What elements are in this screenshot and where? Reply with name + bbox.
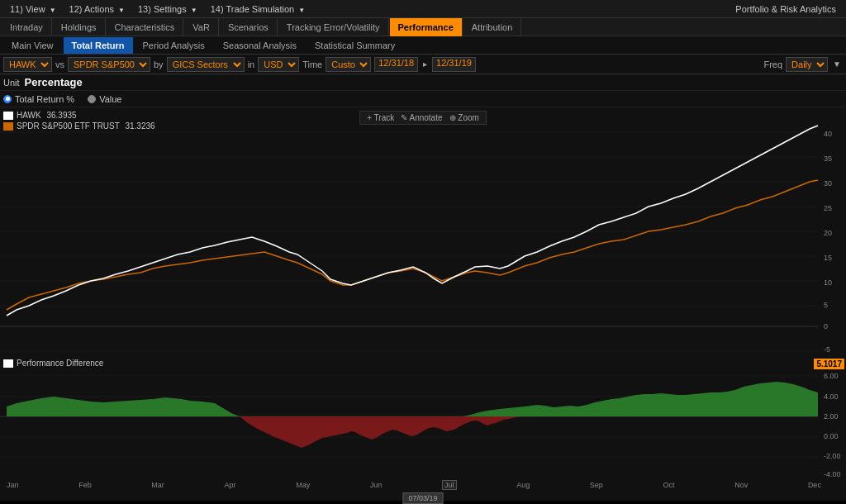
- diff-chart-svg: 6.00 4.00 2.00 0.00 -2.00 -4.00: [0, 355, 846, 478]
- diff-y-0: 0.00: [824, 432, 839, 440]
- tab-intraday[interactable]: Intraday: [2, 18, 52, 36]
- tab-total-return[interactable]: Total Return: [64, 37, 133, 54]
- freq-label: Freq: [763, 59, 782, 69]
- unit-label: Unit: [3, 78, 20, 88]
- main-chart-container: HAWK 36.3935 SPDR S&P500 ETF TRUST 31.32…: [0, 107, 846, 355]
- y-label-5: 5: [824, 301, 828, 309]
- tab-seasonal-analysis[interactable]: Seasonal Analysis: [215, 37, 305, 54]
- tab-characteristics[interactable]: Characteristics: [107, 18, 184, 36]
- x-label-mar: Mar: [151, 481, 164, 489]
- group-select[interactable]: GICS Sectors: [167, 57, 245, 72]
- diff-y-6: 6.00: [824, 372, 839, 380]
- x-label-apr: Apr: [225, 481, 236, 489]
- time-label: Time: [302, 59, 322, 69]
- menu-trade-sim[interactable]: 14) Trade Simulation ▼: [204, 2, 311, 16]
- y-label-30: 30: [824, 179, 832, 188]
- in-label: in: [248, 59, 255, 69]
- radio-label-value: Value: [99, 94, 121, 104]
- tab-tracking[interactable]: Tracking Error/Volatility: [278, 18, 389, 36]
- x-label-dec: Dec: [808, 481, 821, 489]
- unit-value: Percentage: [25, 76, 83, 88]
- radio-dot-value: [88, 95, 96, 103]
- radio-row: Total Return % Value: [0, 91, 846, 107]
- radio-value[interactable]: Value: [88, 94, 121, 104]
- y-label-10: 10: [824, 278, 832, 287]
- toolbar-track[interactable]: + Track: [367, 113, 394, 122]
- currency-select[interactable]: USD: [258, 57, 299, 72]
- y-label-0: 0: [824, 322, 828, 330]
- radio-inner-total-return: [6, 97, 10, 101]
- x-label-may: May: [296, 481, 310, 489]
- date-to[interactable]: 12/31/19: [432, 57, 476, 72]
- compare-select[interactable]: SPDR S&P500: [68, 57, 150, 72]
- view-arrow-icon: ▼: [50, 7, 56, 14]
- legend-spdr: SPDR S&P500 ETF TRUST 31.3236: [3, 121, 155, 131]
- menu-settings[interactable]: 13) Settings ▼: [131, 2, 204, 16]
- tab-statistical-summary[interactable]: Statistical Summary: [307, 37, 403, 54]
- x-label-sep: Sep: [590, 481, 603, 489]
- tab-var[interactable]: VaR: [184, 18, 219, 36]
- ticker-select[interactable]: HAWK: [3, 57, 52, 72]
- menu-actions[interactable]: 12) Actions ▼: [63, 2, 131, 16]
- tradesim-arrow-icon: ▼: [298, 7, 305, 14]
- vs-label: vs: [55, 59, 64, 69]
- menu-view[interactable]: 11) View ▼: [3, 2, 63, 16]
- time-mode-select[interactable]: Custo: [326, 57, 371, 72]
- legend-spdr-label: SPDR S&P500 ETF TRUST 31.3236: [17, 121, 155, 131]
- tab-bar-primary: Intraday Holdings Characteristics VaR Sc…: [0, 18, 846, 36]
- tab-scenarios[interactable]: Scenarios: [220, 18, 278, 36]
- x-label-jun: Jun: [370, 481, 383, 489]
- diff-y-neg2: -2.00: [824, 452, 841, 460]
- settings-arrow-icon: ▼: [191, 7, 197, 14]
- y-label-40: 40: [824, 130, 832, 138]
- diff-y-neg4: -4.00: [824, 470, 841, 478]
- diff-legend: Performance Difference: [3, 359, 103, 368]
- legend-hawk-color: [3, 112, 13, 120]
- legend-hawk-label: HAWK 36.3935: [17, 111, 77, 120]
- x-label-nov: Nov: [734, 481, 748, 489]
- diff-y-2: 2.00: [824, 412, 839, 421]
- tab-attribution[interactable]: Attribution: [463, 18, 522, 36]
- radio-label-total-return: Total Return %: [15, 94, 74, 104]
- radio-total-return[interactable]: Total Return %: [3, 94, 74, 104]
- unit-row: Unit Percentage: [0, 74, 846, 91]
- x-label-jan: Jan: [7, 481, 19, 489]
- diff-y-4: 4.00: [824, 392, 839, 401]
- date-arrow-icon: ▸: [421, 59, 429, 69]
- main-chart-svg: 40 35 30 25 20 15 10 5 0 -5: [0, 107, 846, 355]
- x-label-oct: Oct: [663, 481, 675, 489]
- x-axis-row: Jan Feb Mar Apr May Jun Jul Aug Sep Oct …: [0, 478, 846, 492]
- date-from[interactable]: 12/31/18: [374, 57, 418, 72]
- date-tooltip: 07/03/19: [402, 492, 443, 504]
- diff-legend-label: Performance Difference: [17, 359, 103, 368]
- toolbar-annotate[interactable]: ✎ Annotate: [401, 113, 442, 122]
- tab-period-analysis[interactable]: Period Analysis: [135, 37, 213, 54]
- diff-chart-container: Performance Difference 5.1017 6.00 4.00 …: [0, 355, 846, 478]
- freq-arrow-icon: ▼: [831, 59, 843, 69]
- legend-spdr-color: [3, 122, 13, 131]
- tab-main-view[interactable]: Main View: [3, 37, 62, 54]
- menu-bar-left: 11) View ▼ 12) Actions ▼ 13) Settings ▼ …: [3, 2, 735, 16]
- toolbar-zoom[interactable]: ⊕ Zoom: [449, 113, 479, 122]
- freq-select[interactable]: Daily: [786, 57, 828, 72]
- y-label-15: 15: [824, 254, 832, 262]
- x-label-feb: Feb: [78, 481, 92, 489]
- actions-arrow-icon: ▼: [118, 7, 125, 14]
- y-label-35: 35: [824, 155, 832, 163]
- tab-performance[interactable]: Performance: [390, 18, 463, 36]
- diff-badge: 5.1017: [814, 359, 844, 369]
- tab-holdings[interactable]: Holdings: [53, 18, 106, 36]
- chart-toolbar: + Track ✎ Annotate ⊕ Zoom: [359, 111, 487, 125]
- radio-dot-total-return: [3, 95, 12, 103]
- y-label-25: 25: [824, 204, 832, 212]
- x-label-aug: Aug: [516, 481, 530, 489]
- legend-hawk: HAWK 36.3935: [3, 111, 155, 120]
- x-label-jul: Jul: [442, 480, 457, 490]
- by-label: by: [154, 59, 164, 69]
- tab-bar-secondary: Main View Total Return Period Analysis S…: [0, 36, 846, 55]
- menu-bar: 11) View ▼ 12) Actions ▼ 13) Settings ▼ …: [0, 0, 846, 18]
- chart-legend: HAWK 36.3935 SPDR S&P500 ETF TRUST 31.32…: [3, 111, 155, 132]
- y-label-20: 20: [824, 229, 832, 237]
- controls-row: HAWK vs SPDR S&P500 by GICS Sectors in U…: [0, 55, 846, 74]
- diff-legend-box: [3, 359, 13, 368]
